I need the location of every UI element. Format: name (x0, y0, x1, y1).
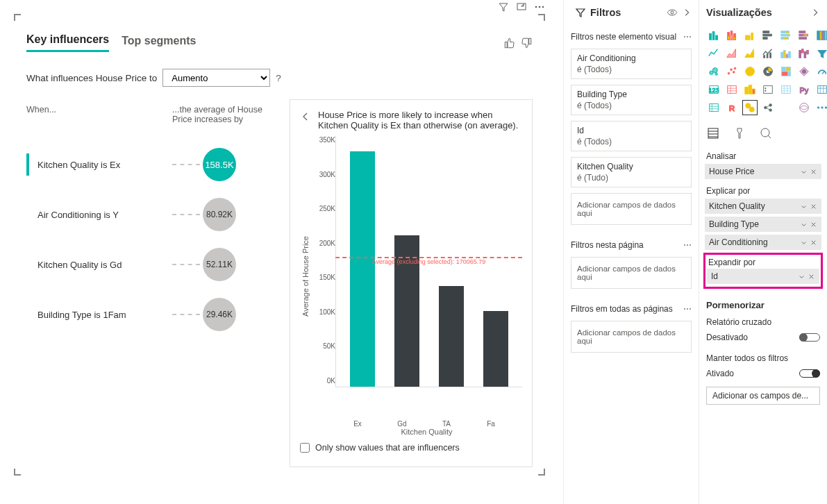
more-options-icon[interactable]: ⋯ (683, 240, 692, 250)
viz-type-icon[interactable] (796, 28, 812, 43)
only-influencers-checkbox[interactable] (300, 443, 310, 453)
chart-bar[interactable] (350, 151, 375, 387)
chart-bar[interactable] (483, 311, 508, 387)
viz-type-icon[interactable] (706, 28, 721, 43)
viz-type-icon[interactable]: 123 (706, 82, 721, 97)
viz-type-icon[interactable] (742, 82, 758, 97)
viz-type-icon[interactable] (706, 46, 721, 61)
viz-type-icon[interactable] (742, 28, 758, 43)
format-tab-icon[interactable] (733, 126, 746, 140)
field-well-item[interactable]: House Price (705, 164, 821, 179)
chevron-down-icon[interactable] (800, 168, 808, 176)
analytics-tab-icon[interactable] (759, 126, 773, 140)
filter-card[interactable]: Building Typeé (Todos) (571, 85, 692, 115)
influencer-value-bubble: 29.46K (203, 298, 236, 331)
viz-type-icon[interactable] (742, 100, 758, 115)
filter-card[interactable]: Idé (Todos) (571, 121, 692, 151)
svg-rect-56 (786, 67, 790, 71)
field-well-item[interactable]: Id (707, 269, 819, 284)
direction-select[interactable]: Aumento (162, 69, 270, 87)
viz-type-icon[interactable] (724, 28, 740, 43)
svg-point-79 (800, 103, 809, 112)
viz-type-icon[interactable] (815, 28, 827, 43)
help-icon[interactable]: ? (276, 73, 281, 83)
filter-icon (575, 7, 586, 18)
viz-type-icon[interactable] (778, 28, 794, 43)
viz-type-icon[interactable] (815, 64, 827, 79)
add-drill-fields-button[interactable]: Adicionar os campos de... (706, 387, 820, 405)
remove-icon[interactable] (810, 239, 817, 246)
filter-dropzone[interactable]: Adicionar campos de dados aqui (571, 193, 692, 225)
viz-type-icon[interactable] (796, 46, 812, 61)
viz-type-icon[interactable] (760, 46, 776, 61)
thumbs-up-icon[interactable] (503, 37, 516, 49)
filter-dropzone[interactable]: Adicionar campos de dados aqui (571, 321, 692, 353)
svg-text:123: 123 (708, 87, 719, 94)
svg-rect-11 (730, 35, 733, 40)
influencer-row[interactable]: Kitchen Quality is Ex 158.5K (26, 140, 280, 190)
viz-type-icon[interactable] (760, 64, 776, 79)
viz-type-icon[interactable] (742, 46, 758, 61)
filter-icon[interactable] (498, 1, 509, 12)
collapse-icon[interactable] (682, 8, 692, 17)
chevron-down-icon[interactable] (798, 273, 805, 280)
remove-icon[interactable] (810, 221, 817, 228)
viz-type-icon[interactable] (742, 64, 758, 79)
svg-rect-31 (819, 31, 821, 40)
viz-type-icon[interactable] (815, 100, 827, 115)
viz-type-icon[interactable] (706, 100, 721, 115)
viz-type-icon[interactable] (724, 46, 740, 61)
more-options-icon[interactable]: ⋯ (683, 32, 692, 42)
tab-top-segments[interactable]: Top segments (122, 35, 196, 51)
viz-type-icon[interactable] (706, 64, 721, 79)
cross-report-toggle[interactable] (799, 333, 820, 342)
viz-type-icon[interactable] (815, 82, 827, 97)
svg-rect-64 (749, 85, 752, 94)
tab-key-influencers[interactable]: Key influencers (26, 33, 109, 52)
query-prefix: What influences House Price to (26, 73, 157, 83)
influencer-row[interactable]: Air Conditioning is Y 80.92K (26, 190, 280, 240)
more-options-icon[interactable] (534, 1, 545, 12)
viz-type-icon[interactable] (778, 46, 794, 61)
keep-filters-toggle[interactable] (799, 369, 820, 378)
remove-icon[interactable] (810, 203, 817, 210)
back-arrow-icon[interactable] (300, 111, 311, 122)
remove-icon[interactable] (810, 168, 817, 176)
chevron-down-icon[interactable] (800, 239, 808, 246)
viz-type-icon[interactable] (778, 82, 794, 97)
collapse-icon[interactable] (810, 8, 820, 17)
svg-rect-26 (799, 31, 805, 33)
visualizations-pane: Visualizações 123PyR Analisar House Pric… (699, 0, 827, 504)
chevron-down-icon[interactable] (800, 203, 808, 210)
influencer-row[interactable]: Kitchen Quality is Gd 52.11K (26, 240, 280, 289)
field-well-item[interactable]: Building Type (705, 217, 821, 232)
remove-icon[interactable] (808, 273, 815, 280)
viz-type-icon[interactable] (724, 82, 740, 97)
focus-mode-icon[interactable] (516, 1, 527, 12)
filter-card[interactable]: Kitchen Qualityé (Tudo) (571, 157, 692, 187)
viz-type-icon[interactable] (796, 100, 812, 115)
eye-icon[interactable] (667, 7, 678, 18)
field-well-item[interactable]: Kitchen Quality (705, 199, 821, 214)
chart-bar[interactable] (439, 286, 464, 387)
viz-type-icon[interactable] (760, 28, 776, 43)
field-well-item[interactable]: Air Conditioning (705, 235, 821, 250)
viz-type-icon[interactable] (815, 46, 827, 61)
viz-type-icon[interactable] (760, 100, 776, 115)
viz-type-icon[interactable] (760, 82, 776, 97)
svg-rect-13 (734, 37, 736, 40)
viz-type-icon[interactable] (796, 64, 812, 79)
filter-dropzone[interactable]: Adicionar campos de dados aqui (571, 257, 692, 289)
thumbs-down-icon[interactable] (520, 37, 533, 49)
viz-type-icon[interactable] (778, 64, 794, 79)
filter-card[interactable]: Air Conditioningé (Todos) (571, 49, 692, 79)
more-options-icon[interactable]: ⋯ (683, 304, 692, 314)
viz-type-icon[interactable] (778, 100, 794, 115)
viz-type-icon[interactable] (724, 64, 740, 79)
viz-type-icon[interactable]: Py (796, 82, 812, 97)
influencer-row[interactable]: Building Type is 1Fam 29.46K (26, 289, 280, 339)
chevron-down-icon[interactable] (800, 221, 808, 228)
influencer-label: Kitchen Quality is Ex (37, 160, 169, 170)
viz-type-icon[interactable]: R (724, 100, 740, 115)
fields-tab-icon[interactable] (706, 126, 720, 140)
